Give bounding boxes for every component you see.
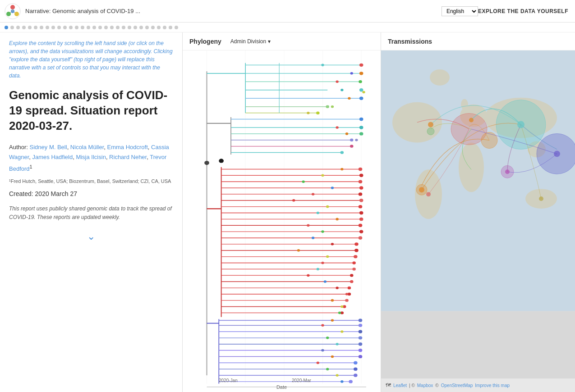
svg-point-97	[359, 174, 363, 177]
admin-division-dropdown[interactable]: Admin Division ▾	[230, 38, 271, 45]
svg-point-164	[336, 374, 338, 377]
svg-point-135	[321, 262, 324, 264]
svg-point-82	[340, 89, 343, 91]
svg-point-167	[204, 161, 209, 165]
svg-point-84	[321, 64, 324, 67]
svg-point-136	[317, 268, 319, 271]
svg-point-146	[359, 330, 363, 333]
nav-dot-10[interactable]	[63, 26, 67, 29]
world-map	[381, 50, 575, 378]
nav-dot-9[interactable]	[57, 26, 61, 29]
svg-point-120	[340, 168, 343, 171]
language-select[interactable]: English Español Français	[442, 6, 478, 16]
nav-dot-27[interactable]	[163, 26, 166, 29]
svg-point-138	[324, 280, 327, 283]
author-link-7[interactable]: Richard Neher	[109, 154, 147, 160]
svg-point-132	[331, 243, 334, 246]
nav-dot-7[interactable]	[46, 26, 49, 29]
nav-dot-0[interactable]	[5, 26, 8, 29]
svg-point-86	[362, 91, 365, 94]
author-link-5[interactable]: James Hadfield	[32, 154, 73, 160]
pipe2: ©	[435, 383, 438, 388]
mapbox-logo: 🗺	[386, 382, 391, 388]
author-link-6[interactable]: Misja Ilcisin	[76, 154, 106, 160]
svg-point-102	[359, 205, 363, 208]
nav-dot-28[interactable]	[169, 26, 172, 29]
svg-point-78	[316, 111, 319, 114]
nav-dot-21[interactable]	[128, 26, 131, 29]
svg-point-153	[354, 374, 358, 377]
nav-dot-20[interactable]	[122, 26, 125, 29]
svg-line-6	[14, 12, 15, 13]
scroll-down-button[interactable]: ⌄	[9, 231, 173, 242]
svg-point-194	[539, 196, 543, 201]
svg-point-143	[338, 312, 341, 315]
nav-dot-4[interactable]	[28, 26, 32, 29]
improve-map-link[interactable]: Improve this map	[475, 383, 510, 388]
nav-dot-11[interactable]	[69, 26, 73, 29]
nextstrain-logo	[5, 3, 21, 19]
nav-dot-29[interactable]	[175, 26, 178, 29]
svg-point-178	[461, 99, 468, 110]
explore-data-button[interactable]: EXPLORE THE DATA YOURSELF	[478, 8, 570, 14]
svg-point-88	[359, 126, 363, 129]
nav-dot-17[interactable]	[104, 26, 108, 29]
nav-dot-26[interactable]	[157, 26, 161, 29]
nav-dot-16[interactable]	[98, 26, 102, 29]
author-link-2[interactable]: Nicola Müller	[70, 144, 104, 150]
narrative-panel: Explore the content by scrolling the lef…	[0, 32, 183, 392]
nav-dot-1[interactable]	[10, 26, 14, 29]
nav-dot-13[interactable]	[81, 26, 84, 29]
svg-point-177	[430, 69, 450, 86]
transmissions-title: Transmissions	[388, 38, 432, 45]
mapbox-link[interactable]: Mapbox	[417, 383, 433, 388]
pipe1: | ©	[409, 383, 415, 388]
svg-point-148	[359, 342, 363, 346]
nav-dot-8[interactable]	[51, 26, 55, 29]
nav-dot-3[interactable]	[22, 26, 26, 29]
phylogeny-panel: Phylogeny Admin Division ▾	[183, 32, 381, 392]
author-link-1[interactable]: Sidney M. Bell	[30, 144, 67, 150]
svg-point-188	[469, 118, 474, 123]
svg-point-137	[307, 274, 309, 277]
svg-point-106	[359, 230, 363, 233]
nav-dot-19[interactable]	[116, 26, 120, 29]
svg-point-190	[419, 187, 424, 192]
x-tick-jan: 2020-Jan	[219, 378, 238, 383]
nav-dot-6[interactable]	[40, 26, 43, 29]
nav-dot-18[interactable]	[110, 26, 114, 29]
leaflet-link[interactable]: Leaflet	[393, 383, 407, 388]
nav-dot-22[interactable]	[133, 26, 137, 29]
svg-point-110	[354, 255, 358, 258]
nav-dot-25[interactable]	[151, 26, 155, 29]
transmissions-panel: Transmissions	[381, 32, 575, 392]
svg-point-117	[345, 299, 348, 301]
svg-point-161	[331, 356, 334, 358]
author-link-3[interactable]: Emma Hodcroft	[107, 144, 148, 150]
svg-point-157	[340, 330, 343, 333]
nav-dot-15[interactable]	[92, 26, 96, 29]
nav-dot-5[interactable]	[34, 26, 37, 29]
svg-point-127	[317, 212, 319, 214]
svg-point-93	[336, 126, 338, 129]
nav-dot-2[interactable]	[16, 26, 20, 29]
nav-dot-24[interactable]	[145, 26, 149, 29]
svg-point-191	[517, 121, 524, 128]
svg-point-140	[345, 293, 348, 296]
svg-point-147	[359, 336, 363, 339]
dots-navigation	[0, 23, 575, 32]
nav-dot-14[interactable]	[87, 26, 90, 29]
nav-dot-12[interactable]	[75, 26, 78, 29]
svg-line-7	[10, 12, 12, 13]
nav-dot-23[interactable]	[139, 26, 143, 29]
svg-point-90	[350, 139, 353, 141]
osm-link[interactable]: OpenStreetMap	[441, 383, 473, 388]
map-svg	[381, 50, 575, 378]
svg-point-123	[331, 187, 334, 189]
svg-point-111	[352, 261, 355, 264]
svg-point-85	[307, 112, 309, 114]
svg-point-165	[340, 380, 343, 383]
svg-point-122	[302, 180, 304, 183]
svg-point-114	[350, 280, 353, 283]
svg-point-75	[359, 88, 363, 91]
